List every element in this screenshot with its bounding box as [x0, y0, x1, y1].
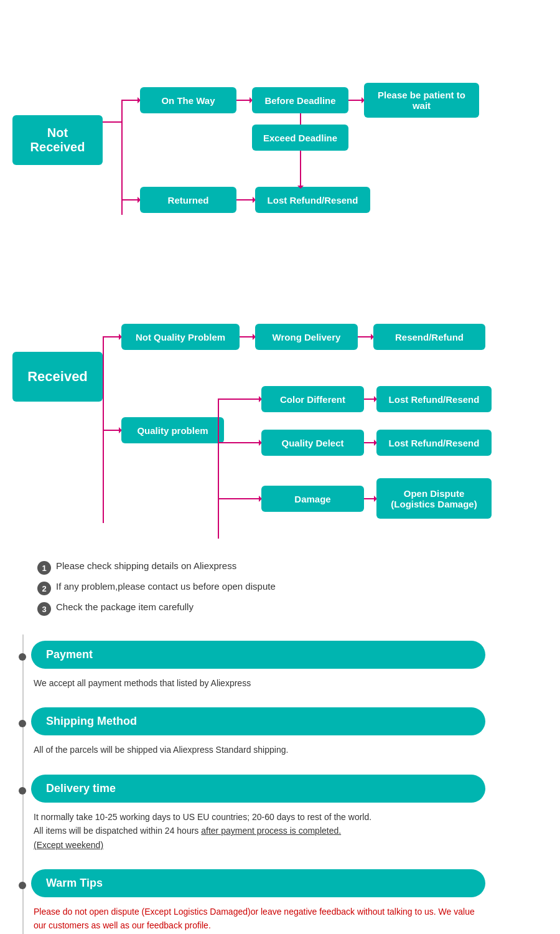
- box-resend-refund: Resend/Refund: [373, 324, 485, 350]
- arrow-to-returned: [121, 199, 140, 200]
- delivery-body-text: It normally take 10-25 working days to U…: [34, 812, 371, 850]
- info-block-warm-tips: Warm Tips Please do not open dispute (Ex…: [31, 869, 541, 934]
- arrow-bd-wait: [348, 100, 364, 101]
- box-nqp: Not Quality Problem: [121, 324, 240, 350]
- flowchart-section: NotReceived On The Way Before Deadline P…: [0, 0, 560, 554]
- note-text-1: Please check shipping details on Aliexpr…: [56, 560, 236, 571]
- v-connector-1: [121, 100, 123, 215]
- box-lost-refund-2: Lost Refund/Resend: [376, 386, 492, 412]
- arrow-qp-qd: [218, 442, 261, 443]
- arrow-to-nqp: [103, 336, 121, 337]
- box-quality-problem: Quality problem: [121, 417, 224, 443]
- note-num-1: 1: [37, 561, 51, 575]
- arrow-to-qp: [103, 430, 121, 431]
- box-returned: Returned: [140, 187, 236, 213]
- v-connector-4: [218, 399, 219, 539]
- box-on-the-way: On The Way: [140, 87, 236, 113]
- box-wrong-delivery: Wrong Delivery: [255, 324, 358, 350]
- note-num-2: 2: [37, 582, 51, 595]
- arrow-otw-bd: [236, 100, 252, 101]
- box-before-deadline: Before Deadline: [252, 87, 348, 113]
- box-exceed-deadline: Exceed Deadline: [252, 125, 348, 151]
- arrow-to-ontheway: [121, 100, 140, 101]
- box-damage: Damage: [261, 486, 364, 512]
- arrow-wd-rr: [358, 336, 373, 337]
- note-text-3: Check the package item carefully: [56, 601, 194, 612]
- box-received: Received: [12, 352, 103, 402]
- notes-section: 1 Please check shipping details on Aliex…: [0, 554, 560, 634]
- info-block-shipping: Shipping Method All of the parcels will …: [31, 707, 541, 759]
- box-please-wait: Please be patient to wait: [364, 83, 479, 118]
- info-wrapper: Payment We accept all payment methods th…: [0, 634, 560, 934]
- info-block-delivery: Delivery time It normally take 10-25 wor…: [31, 775, 541, 854]
- info-header-shipping: Shipping Method: [31, 707, 485, 735]
- box-quality-defect: Quality Delect: [261, 430, 364, 456]
- note-item-2: 2 If any problem,please contact us befor…: [37, 581, 523, 595]
- warm-tips-body: Please do not open dispute (Except Logis…: [31, 897, 485, 934]
- arrow-ret-lost: [236, 199, 255, 200]
- box-not-received: NotReceived: [12, 115, 103, 165]
- box-color-different: Color Different: [261, 386, 364, 412]
- note-num-3: 3: [37, 602, 51, 616]
- info-block-payment: Payment We accept all payment methods th…: [31, 641, 541, 692]
- arrow-qp-dmg: [218, 498, 261, 499]
- delivery-title: Delivery time: [46, 782, 116, 795]
- box-lost-refund-3: Lost Refund/Resend: [376, 430, 492, 456]
- info-header-warm-tips: Warm Tips: [31, 869, 485, 897]
- arrow-nqp-wd: [240, 336, 255, 337]
- warm-tips-title: Warm Tips: [46, 877, 103, 889]
- shipping-body: All of the parcels will be shipped via A…: [31, 735, 485, 759]
- note-item-1: 1 Please check shipping details on Aliex…: [37, 560, 523, 575]
- arrow-qd-lr: [364, 442, 376, 443]
- info-header-payment: Payment: [31, 641, 485, 669]
- arrow-exceed-down: [300, 151, 301, 188]
- arrow-qp-cd: [218, 399, 261, 400]
- shipping-title: Shipping Method: [46, 715, 137, 727]
- note-item-3: 3 Check the package item carefully: [37, 601, 523, 616]
- arrow-dmg-od: [364, 498, 376, 499]
- payment-body: We accept all payment methods that liste…: [31, 669, 485, 692]
- payment-title: Payment: [46, 648, 93, 661]
- arrow-cd-lr: [364, 399, 376, 400]
- box-lost-refund-1: Lost Refund/Resend: [255, 187, 370, 213]
- delivery-body: It normally take 10-25 working days to U…: [31, 803, 485, 854]
- note-text-2: If any problem,please contact us before …: [56, 581, 276, 592]
- info-header-delivery: Delivery time: [31, 775, 485, 803]
- box-open-dispute: Open Dispute(Logistics Damage): [376, 478, 492, 519]
- arrow-nr-branch: [103, 121, 121, 123]
